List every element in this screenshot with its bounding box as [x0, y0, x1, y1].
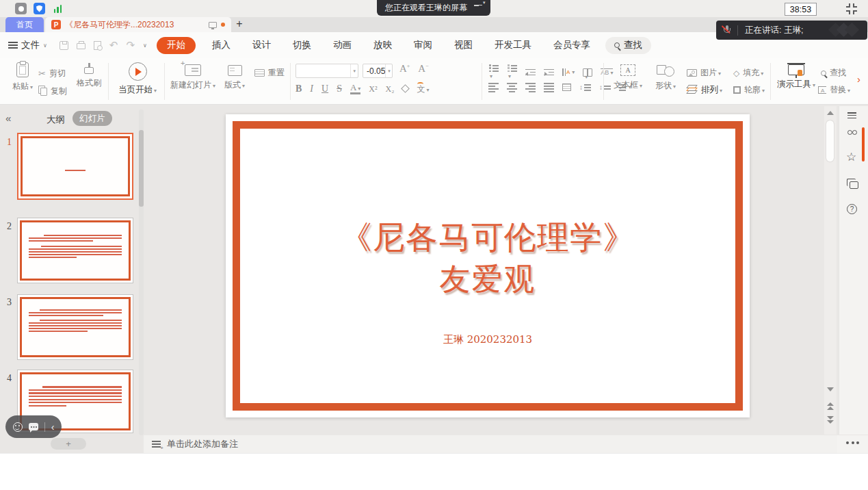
reaction-emoji-icon[interactable] [13, 422, 23, 432]
bullet-list-icon[interactable] [488, 65, 499, 79]
watching-screen-banner[interactable]: 您正在观看王琳的屏幕 [377, 0, 490, 16]
slide-thumbnail-2[interactable] [17, 218, 133, 283]
outline-button[interactable]: 轮廓 [733, 84, 765, 96]
increase-font-icon[interactable]: A+ [399, 64, 410, 74]
tab-slideshow[interactable]: 放映 [363, 39, 403, 51]
quick-access-more-icon[interactable]: ∨ [143, 42, 147, 49]
help-icon[interactable] [847, 204, 857, 214]
tab-start[interactable]: 开始 [157, 37, 196, 54]
slide-title-line1[interactable]: 《尼各马可伦理学》 [226, 218, 750, 257]
scroll-down-icon[interactable] [827, 387, 834, 391]
decrease-font-icon[interactable]: A− [418, 64, 428, 74]
text-direction-icon[interactable]: A [562, 68, 575, 76]
slide-title-line2[interactable]: 友爱观 [226, 261, 750, 298]
ribbon-expand-icon[interactable]: › [857, 73, 860, 85]
presentation-tools-button[interactable]: 演示工具 [774, 62, 818, 90]
new-slide-button[interactable]: 新建幻灯片 [170, 62, 216, 91]
tab-view[interactable]: 视图 [443, 39, 484, 51]
font-color-button[interactable]: A [350, 83, 360, 94]
clear-format-icon[interactable] [402, 84, 410, 93]
find-command-pill[interactable]: 查找 [605, 37, 651, 54]
tab-slides[interactable]: 幻灯片 [73, 111, 112, 126]
line-spacing-icon[interactable]: ↕ [579, 83, 591, 91]
undo-icon[interactable]: ↶ [109, 40, 118, 51]
find-button[interactable]: 查找 [821, 67, 846, 79]
tab-developer[interactable]: 开发工具 [484, 39, 542, 51]
vertical-scrollbar-thumb[interactable] [826, 120, 834, 162]
slide-thumbnail-3[interactable] [17, 294, 133, 360]
justify-icon[interactable] [544, 83, 554, 92]
decrease-indent-icon[interactable] [525, 69, 536, 76]
duplicate-icon[interactable] [850, 181, 858, 189]
collapse-panel-icon[interactable]: « [5, 112, 11, 124]
arrange-button[interactable]: 排列 [687, 84, 722, 96]
tab-transition[interactable]: 切换 [282, 39, 322, 51]
reset-button[interactable]: 重置 [254, 67, 285, 79]
align-right-icon[interactable] [525, 83, 536, 92]
fill-button[interactable]: ◇ 填充 [733, 67, 763, 79]
banner-menu-icon[interactable] [474, 5, 482, 11]
replace-button[interactable]: 替换 [818, 84, 850, 96]
superscript-button[interactable]: X² [369, 85, 377, 93]
italic-button[interactable]: I [310, 84, 313, 94]
slide-subtitle[interactable]: 王琳 2020232013 [226, 333, 750, 346]
phonetic-guide-button[interactable]: 文 [417, 85, 429, 93]
redo-icon[interactable]: ↷ [126, 40, 135, 51]
print-preview-icon[interactable] [94, 41, 101, 50]
copy-button[interactable]: 复制 [38, 86, 67, 97]
text-frame-icon[interactable] [562, 83, 571, 91]
panel-scrollbar-thumb[interactable] [139, 130, 144, 207]
format-painter-button[interactable]: 格式刷 [73, 62, 105, 89]
new-tab-button[interactable]: + [233, 18, 246, 30]
file-menu[interactable]: 文件 ∨ [8, 39, 47, 51]
exit-fullscreen-icon[interactable] [846, 3, 857, 14]
align-center-icon[interactable] [507, 83, 517, 92]
shield-icon[interactable] [34, 3, 45, 14]
next-slide-button[interactable] [827, 416, 834, 424]
collapse-pill-icon[interactable]: ‹ [51, 422, 55, 432]
quick-chat-icon[interactable] [29, 423, 38, 430]
slide-canvas[interactable]: 《尼各马可伦理学》 友爱观 王琳 2020232013 [226, 114, 750, 417]
status-more-icon[interactable] [846, 441, 859, 444]
print-icon[interactable] [77, 43, 86, 49]
tab-home[interactable]: 首页 [5, 17, 44, 32]
cut-button[interactable]: ✂ 剪切 [38, 68, 66, 79]
underline-button[interactable]: U [321, 84, 328, 94]
add-slide-button[interactable]: + [51, 438, 86, 450]
font-name-combobox[interactable]: ▾ [295, 64, 358, 78]
reactions-float-pill[interactable]: ‹ [5, 415, 62, 438]
columns-icon[interactable] [583, 68, 592, 77]
tab-review[interactable]: 审阅 [403, 39, 443, 51]
chevron-down-icon[interactable]: ▾ [350, 64, 358, 77]
effects-star-icon[interactable]: ☆ [846, 151, 856, 163]
numbered-list-icon[interactable] [507, 65, 517, 79]
subscript-button[interactable]: X₂ [386, 85, 395, 93]
picture-button[interactable]: 图片 [687, 67, 721, 79]
paragraph-spacing-icon[interactable]: ↕ [599, 83, 611, 91]
chevron-down-icon[interactable]: ▾ [385, 64, 393, 77]
tab-design[interactable]: 设计 [241, 39, 282, 51]
tab-outline[interactable]: 大纲 [47, 114, 65, 126]
network-signal-icon[interactable] [52, 3, 64, 14]
font-size-combobox[interactable]: -0.05 ▾ [363, 64, 393, 78]
paste-button[interactable]: 粘贴 [8, 62, 37, 92]
tab-animation[interactable]: 动画 [322, 39, 363, 51]
shapes-button[interactable]: 形状 [650, 62, 681, 92]
previous-slide-button[interactable] [827, 402, 834, 410]
tab-document[interactable]: P 《尼各马可伦理学...20232013 [45, 17, 231, 32]
tab-insert[interactable]: 插入 [201, 39, 241, 51]
save-icon[interactable] [60, 41, 68, 50]
increase-indent-icon[interactable] [544, 69, 554, 76]
panel-menu-icon[interactable] [847, 112, 856, 118]
textbox-button[interactable]: 文本框 [610, 62, 646, 91]
notes-bar[interactable]: 单击此处添加备注 [144, 435, 837, 453]
tab-member[interactable]: 会员专享 [542, 39, 601, 51]
slide-thumbnail-1[interactable] [17, 133, 133, 200]
strikethrough-button[interactable]: S [337, 84, 342, 94]
play-from-current-button[interactable]: 当页开始 [114, 62, 161, 96]
slide-layout-button[interactable]: 版式 [219, 62, 250, 91]
align-left-icon[interactable] [488, 83, 499, 92]
info-icon[interactable] [15, 3, 27, 14]
scroll-up-icon[interactable] [827, 111, 834, 115]
bold-button[interactable]: B [295, 84, 302, 94]
